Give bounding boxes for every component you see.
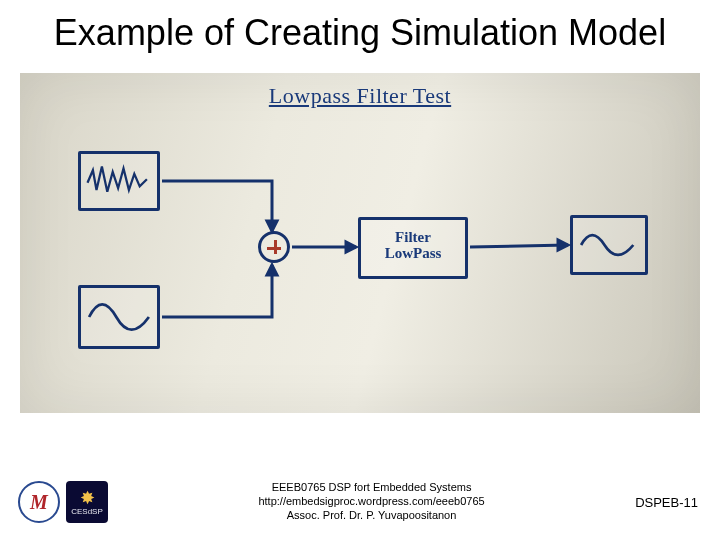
svg-marker-2 (346, 242, 356, 252)
university-logo: M (18, 481, 60, 523)
slide-title: Example of Creating Simulation Model (0, 0, 720, 61)
cesdsp-label: CESdSP (71, 507, 103, 516)
footer-line1: EEEB0765 DSP fort Embedded Systems (108, 481, 635, 495)
slide-number: DSPEB-11 (635, 495, 698, 510)
svg-marker-3 (558, 240, 568, 250)
svg-marker-0 (267, 221, 277, 231)
footer-line2: http://embedsigproc.wordpress.com/eeeb07… (108, 495, 635, 509)
footer-credits: EEEB0765 DSP fort Embedded Systems http:… (108, 481, 635, 522)
burst-icon: ✸ (80, 489, 95, 507)
whiteboard-photo: Lowpass Filter Test Filter LowPass (20, 73, 700, 413)
cesdsp-logo: ✸ CESdSP (66, 481, 108, 523)
slide-footer: M ✸ CESdSP EEEB0765 DSP fort Embedded Sy… (0, 472, 720, 532)
footer-logos: M ✸ CESdSP (18, 481, 108, 523)
footer-line3: Assoc. Prof. Dr. P. Yuvapoositanon (108, 509, 635, 523)
svg-marker-1 (267, 265, 277, 275)
connection-wires (20, 73, 700, 413)
